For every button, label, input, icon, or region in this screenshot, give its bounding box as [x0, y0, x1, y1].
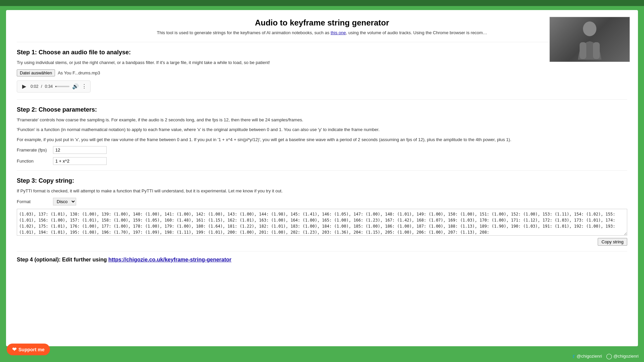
twitter-label: @chigozienri: [577, 354, 602, 359]
step3-desc: If PyTTI format is checked, it will atte…: [17, 188, 627, 194]
divider-1: [17, 42, 627, 42]
copy-string-row: Copy string: [17, 238, 627, 246]
support-button[interactable]: ❤ Support me: [7, 344, 50, 355]
step4-row: Step 4 (optional): Edit further using ht…: [17, 257, 627, 263]
video-preview: [549, 17, 630, 62]
divider-4: [17, 251, 627, 251]
format-label: Format: [17, 199, 50, 204]
divider-2: [17, 99, 627, 100]
github-label: @chigozienri: [613, 354, 639, 359]
footer: 𝕣 @chigozienri ◯ @chigozienri: [0, 350, 644, 362]
more-options-button[interactable]: ⋮: [82, 83, 87, 89]
file-choose-button[interactable]: Datei auswählen: [17, 69, 55, 76]
step2-desc1: 'Framerate' controls how coarse the samp…: [17, 117, 627, 123]
format-select[interactable]: Disco PyTTI: [53, 198, 76, 205]
support-label: Support me: [18, 347, 45, 352]
github-link[interactable]: ◯ @chigozienri: [606, 353, 639, 359]
subtitle-text: This tool is used to generate strings fo…: [157, 30, 331, 35]
time-current: 0:02: [31, 84, 38, 89]
function-row: Function: [17, 157, 627, 165]
step1-desc: Try using individual stems, or just the …: [17, 59, 627, 66]
heart-icon: ❤: [12, 346, 16, 353]
framerate-input[interactable]: [53, 146, 107, 154]
format-row: Format Disco PyTTI: [17, 198, 627, 205]
framerate-row: Framerate (fps): [17, 146, 627, 154]
person-silhouette: [573, 19, 606, 60]
file-name: As You F...drums.mp3: [58, 70, 100, 75]
step4-title: Step 4 (optional): Edit further using: [17, 257, 108, 262]
audio-player: ▶ 0:02 / 0:34 🔊 ⋮: [17, 80, 91, 93]
svg-point-0: [583, 21, 596, 36]
github-icon: ◯: [606, 353, 612, 359]
framerate-label: Framerate (fps): [17, 147, 50, 153]
output-textarea[interactable]: (1.03), 137: (1.01), 138: (1.00), 139: (…: [17, 209, 627, 236]
twitter-link[interactable]: 𝕣 @chigozienri: [573, 353, 602, 359]
step3-title: Step 3: Copy string:: [17, 177, 627, 184]
main-card: Audio to keyframe string generator This …: [6, 10, 638, 346]
function-input[interactable]: [53, 157, 107, 165]
play-button[interactable]: ▶: [20, 83, 28, 90]
svg-rect-2: [593, 42, 600, 59]
page-subtitle: This tool is used to generate strings fo…: [17, 30, 627, 35]
page-title: Audio to keyframe string generator: [17, 18, 627, 27]
step2-desc2: 'Function' is a function (in normal math…: [17, 126, 627, 133]
subtitle-suffix: , using the volume of audio tracks. Usin…: [346, 30, 487, 35]
file-row: Datei auswählen As You F...drums.mp3: [17, 69, 627, 76]
volume-button[interactable]: 🔊: [72, 83, 79, 89]
step4-link[interactable]: https://chigozie.co.uk/keyframe-string-g…: [108, 257, 231, 262]
twitter-icon: 𝕣: [573, 353, 575, 359]
audio-progress-bar[interactable]: [55, 86, 69, 87]
top-bar: [0, 0, 644, 6]
divider-3: [17, 170, 627, 171]
subtitle-link[interactable]: this one: [331, 30, 346, 35]
svg-rect-1: [580, 42, 586, 59]
copy-string-button[interactable]: Copy string: [598, 238, 627, 246]
step2-desc3: For example, if you just put in 'x', you…: [17, 136, 627, 143]
step1-title: Step 1: Choose an audio file to analyse:: [17, 49, 627, 56]
step2-title: Step 2: Choose parameters:: [17, 106, 627, 113]
function-label: Function: [17, 159, 50, 164]
audio-progress-fill: [55, 86, 56, 87]
video-placeholder: [550, 17, 630, 62]
time-sep: /: [41, 84, 42, 89]
time-total: 0:34: [45, 84, 53, 89]
